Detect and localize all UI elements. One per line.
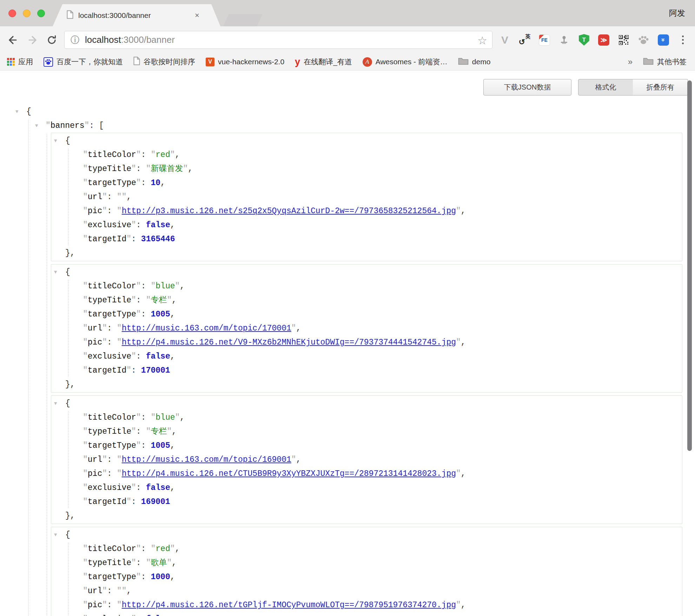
collapse-triangle-icon[interactable] [54,528,57,542]
tampermonkey-icon[interactable]: T [578,34,590,46]
browser-user-label: 阿发 [669,8,685,19]
bookmark-label: 在线翻译_有道 [304,57,352,67]
json-field-exclusive: exclusive:false, [51,349,682,363]
json-punctuation: [ [99,121,104,130]
bookmark-label: vue-hackernews-2.0 [218,58,284,66]
download-json-button[interactable]: 下载JSON数据 [483,79,571,96]
vertical-scrollbar[interactable] [687,80,692,451]
json-field-url: url:http://music.163.com/m/topic/170001, [51,321,682,335]
youdao-icon: y [295,57,300,67]
bookmark-label: 应用 [18,57,33,67]
json-object-open: { [51,528,682,542]
format-button[interactable]: 格式化 [578,79,633,96]
folder-icon [643,57,654,67]
collapse-triangle-icon[interactable] [54,397,57,411]
json-field-typeTitle: typeTitle:新碟首发, [51,162,682,176]
json-field-exclusive: exclusive:false, [51,218,682,232]
minimize-window-button[interactable] [23,9,31,17]
json-field-titleColor: titleColor:blue, [51,411,682,425]
tab-title: localhost:3000/banner [78,11,194,20]
json-field-targetType: targetType:1000, [51,570,682,584]
bookmark-apps[interactable]: 应用 [7,57,33,67]
bookmark-label: 谷歌按时间排序 [144,57,195,67]
json-field-url: url:, [51,584,682,598]
collapse-triangle-icon[interactable] [54,265,57,279]
json-field-targetId: targetId:170001 [51,363,682,378]
bookmark-folder-others[interactable]: 其他书签 [643,57,687,67]
json-field-targetId: targetId:169001 [51,495,682,509]
json-field-typeTitle: typeTitle:专栏, [51,425,682,439]
banner-object: { titleColor:blue, typeTitle:专栏, targetT… [51,264,682,393]
json-field-typeTitle: typeTitle:歌单, [51,556,682,570]
bookmark-folder-demo[interactable]: demo [458,57,491,67]
json-punctuation: : [89,121,94,130]
pic-url-link[interactable]: http://p4.music.126.net/CTU5B9R9y3XyYBZX… [122,469,456,478]
pic-url-link[interactable]: http://p3.music.126.net/s25q2x5QyqsAzilC… [122,207,456,216]
bookmarks-overflow-chevron[interactable]: » [628,57,633,67]
media-helper-icon[interactable]: ≫ [597,34,610,46]
collapse-triangle-icon[interactable] [54,134,57,148]
json-field-pic: pic:http://p4.music.126.net/V9-MXz6b2MNh… [51,335,682,349]
json-object-open: { [51,397,682,411]
bookmark-baidu[interactable]: 百度一下，你就知道 [44,57,123,67]
json-field-targetType: targetType:1005, [51,439,682,453]
pic-url-link[interactable]: http://p4.music.126.net/V9-MXz6b2MNhEKju… [122,338,456,347]
back-button[interactable] [6,34,19,46]
bookmark-label: demo [472,58,491,66]
browser-menu-icon[interactable] [677,34,689,46]
url-text[interactable]: localhost:3000/banner [85,34,175,45]
bookmark-label: 其他书签 [657,57,687,67]
json-punctuation: { [65,530,70,539]
json-object-close: }, [51,378,682,392]
bookmark-youdao[interactable]: y 在线翻译_有道 [295,57,352,67]
browser-tab[interactable]: localhost:3000/banner × [53,4,220,26]
json-field-titleColor: titleColor:blue, [51,279,682,293]
json-object-close: }, [51,246,682,260]
document-icon [133,57,140,67]
vue-devtools-icon[interactable]: V [498,34,511,46]
collapse-triangle-icon[interactable] [15,105,18,119]
paw-icon[interactable] [637,34,650,46]
page-content: 下载JSON数据 格式化 折叠所有 { banners:[ { titleCol… [0,71,695,616]
reload-button[interactable] [46,34,58,46]
collapse-triangle-icon[interactable] [35,119,38,133]
close-window-button[interactable] [8,9,16,17]
json-object-open: { [51,265,682,279]
forward-button[interactable] [26,34,39,46]
bookmark-label: 百度一下，你就知道 [57,57,123,67]
banner-object: { titleColor:blue, typeTitle:专栏, targetT… [51,395,682,524]
tab-close-icon[interactable]: × [195,11,199,20]
bookmarks-bar: 应用 百度一下，你就知道 谷歌按时间排序 V vue-hackernews-2.… [0,53,695,71]
bookmark-vue-hackernews[interactable]: V vue-hackernews-2.0 [206,58,284,66]
topic-url-link[interactable]: http://music.163.com/m/topic/170001 [122,324,291,333]
baidu-paw-icon [44,57,53,67]
zoom-window-button[interactable] [37,9,45,17]
topic-url-link[interactable]: http://music.163.com/m/topic/169001 [122,455,291,464]
fe-helper-icon[interactable]: FE [538,34,551,46]
pic-url-link[interactable]: http://p4.music.126.net/tGPljf-IMOCyPvum… [122,601,456,610]
sign-in-helper-icon[interactable]: » [657,34,670,46]
collapse-all-button[interactable]: 折叠所有 [633,79,688,96]
json-field-titleColor: titleColor:red, [51,148,682,162]
json-object-close: }, [51,509,682,523]
json-field-targetId: targetId:3165446 [51,232,682,246]
apps-grid-icon [7,58,15,66]
json-root-open: { [0,105,695,119]
vue-icon: V [206,58,214,66]
document-icon [67,10,73,20]
page-info-icon[interactable]: ⓘ [71,34,79,46]
translator-icon[interactable]: 英↺ [518,34,531,46]
address-bar[interactable]: ⓘ localhost:3000/banner ☆ [64,31,492,49]
browser-toolbar: ⓘ localhost:3000/banner ☆ V 英↺ FE T ≫ » [0,26,695,53]
json-punctuation: { [65,399,70,408]
json-punctuation: { [65,136,70,145]
bookmark-label: Awesomes - 前端资… [376,57,448,67]
bookmark-star-icon[interactable]: ☆ [477,34,487,47]
bookmark-awesomes[interactable]: A Awesomes - 前端资… [363,57,448,67]
bookmark-google-sort[interactable]: 谷歌按时间排序 [133,57,195,67]
new-tab-button[interactable] [223,14,263,26]
json-punctuation: { [65,268,70,277]
json-field-targetType: targetType:10, [51,176,682,190]
sitemap-icon[interactable] [558,34,570,46]
qr-code-icon[interactable] [617,34,630,46]
